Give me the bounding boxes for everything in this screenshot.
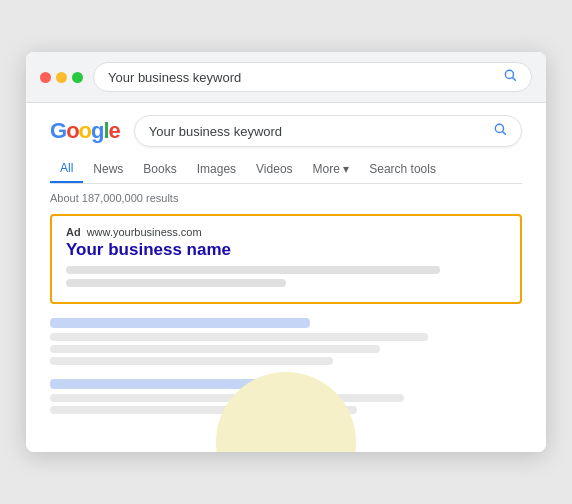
logo-g2: g	[91, 118, 103, 143]
search-submit-icon[interactable]	[493, 122, 507, 140]
ad-label: Ad	[66, 226, 81, 238]
minimize-button[interactable]	[56, 72, 67, 83]
result-line-1c	[50, 357, 333, 365]
result-line-2a	[50, 394, 404, 402]
tab-news[interactable]: News	[83, 155, 133, 183]
search-query: Your business keyword	[149, 124, 485, 139]
ad-desc-line-1	[66, 266, 440, 274]
search-icon	[503, 68, 517, 86]
browser-dots	[40, 72, 83, 83]
result-line-1b	[50, 345, 380, 353]
ad-label-row: Ad www.yourbusiness.com	[66, 226, 506, 238]
address-text: Your business keyword	[108, 70, 495, 85]
maximize-button[interactable]	[72, 72, 83, 83]
browser-content-wrapper: Google Your business keyword All News B	[26, 103, 546, 452]
tab-all[interactable]: All	[50, 155, 83, 183]
logo-o1: o	[66, 118, 78, 143]
tab-videos[interactable]: Videos	[246, 155, 302, 183]
tab-images[interactable]: Images	[187, 155, 246, 183]
logo-o2: o	[79, 118, 91, 143]
tab-books[interactable]: Books	[133, 155, 186, 183]
ad-title[interactable]: Your business name	[66, 240, 506, 260]
logo-e: e	[109, 118, 120, 143]
result-line-1a	[50, 333, 428, 341]
search-bar[interactable]: Your business keyword	[134, 115, 522, 147]
svg-line-1	[513, 78, 516, 81]
organic-result-1	[50, 318, 522, 365]
tab-more[interactable]: More ▾	[303, 155, 360, 183]
ad-box: Ad www.yourbusiness.com Your business na…	[50, 214, 522, 304]
address-bar[interactable]: Your business keyword	[93, 62, 532, 92]
organic-title-1[interactable]	[50, 318, 310, 328]
ad-desc-line-2	[66, 279, 286, 287]
browser-window: Your business keyword Google Your busine…	[26, 52, 546, 452]
ad-url: www.yourbusiness.com	[87, 226, 202, 238]
svg-point-0	[505, 70, 513, 78]
svg-line-3	[503, 132, 506, 135]
close-button[interactable]	[40, 72, 51, 83]
tab-search-tools[interactable]: Search tools	[359, 155, 446, 183]
results-count: About 187,000,000 results	[50, 190, 522, 204]
logo-g: G	[50, 118, 66, 143]
nav-tabs: All News Books Images Videos More ▾ Sear…	[50, 155, 522, 184]
browser-titlebar: Your business keyword	[26, 52, 546, 103]
google-logo: Google	[50, 118, 120, 144]
google-header: Google Your business keyword	[50, 103, 522, 155]
svg-point-2	[495, 124, 503, 132]
